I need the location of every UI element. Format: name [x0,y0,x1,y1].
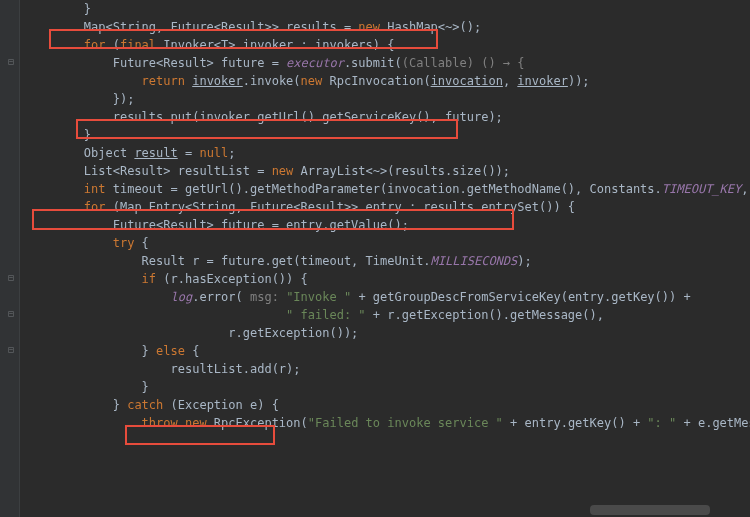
fold-marker-icon[interactable]: ⊟ [8,308,14,319]
code-line: int timeout = getUrl().getMethodParamete… [26,180,750,198]
code-line: Future<Result> future = executor.submit(… [26,54,750,72]
fold-marker-icon[interactable]: ⊟ [8,56,14,67]
code-line: Future<Result> future = entry.getValue()… [26,216,750,234]
code-line: if (r.hasException()) { [26,270,750,288]
code-line: " failed: " + r.getException().getMessag… [26,306,750,324]
code-line: throw new RpcException("Failed to invoke… [26,414,750,432]
code-line: for (final Invoker<T> invoker : invokers… [26,36,750,54]
fold-marker-icon[interactable]: ⊟ [8,344,14,355]
code-line: Object result = null; [26,144,750,162]
code-line: Result r = future.get(timeout, TimeUnit.… [26,252,750,270]
code-line: Map<String, Future<Result>> results = ne… [26,18,750,36]
fold-marker-icon[interactable]: ⊟ [8,272,14,283]
horizontal-scrollbar[interactable] [590,505,710,515]
code-line: return invoker.invoke(new RpcInvocation(… [26,72,750,90]
code-line: try { [26,234,750,252]
code-line: resultList.add(r); [26,360,750,378]
code-line: log.error( msg: "Invoke " + getGroupDesc… [26,288,750,306]
editor-gutter: ⊟ ⊟ ⊟ ⊟ [0,0,20,517]
code-line: } else { [26,342,750,360]
code-line: }); [26,90,750,108]
code-line: } [26,0,750,18]
code-line: r.getException()); [26,324,750,342]
code-line: } catch (Exception e) { [26,396,750,414]
code-line: List<Result> resultList = new ArrayList<… [26,162,750,180]
code-line: } [26,378,750,396]
code-line: } [26,126,750,144]
code-line: for (Map.Entry<String, Future<Result>> e… [26,198,750,216]
code-editor[interactable]: } Map<String, Future<Result>> results = … [20,0,750,432]
code-line: results.put(invoker.getUrl().getServiceK… [26,108,750,126]
